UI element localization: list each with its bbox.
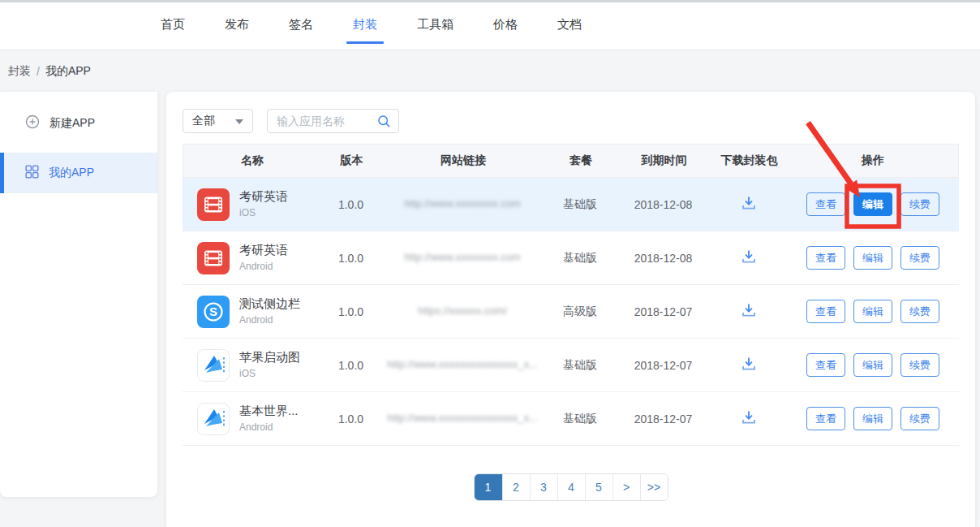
sidebar-item-my-app[interactable]: 我的APP	[0, 153, 157, 193]
svg-text:S: S	[209, 305, 217, 318]
header-download: 下载封装包	[711, 153, 788, 168]
main-content-card: 全部 名称 版本 网站链接 套餐 到期时间 下载封装包 操作	[166, 92, 975, 527]
pagination: 1 2 3 4 5 > >>	[474, 473, 668, 501]
website-link-blurred: http://www.xxxxxxxx.com	[404, 251, 521, 263]
website-link-blurred: http://www.xxxxxxxx.com	[404, 197, 521, 210]
nav-item-toolbox[interactable]: 工具箱	[410, 0, 460, 50]
app-name: 考研英语	[239, 243, 288, 258]
page-button-3[interactable]: 3	[530, 474, 557, 500]
table-row: 苹果启动图 iOS 1.0.0 http://www.xxxxxxxxxxxxx…	[183, 339, 959, 392]
search-box	[267, 109, 399, 133]
app-name: 苹果启动图	[239, 350, 300, 365]
window-top-edge	[0, 0, 980, 2]
website-link-blurred: http://www.xxxxxxxxxxxxxxx_x...	[387, 412, 538, 424]
sidebar-item-label: 新建APP	[49, 116, 95, 131]
app-package: 基础版	[544, 251, 617, 266]
app-version: 1.0.0	[320, 359, 381, 372]
bird-app-icon	[197, 349, 230, 382]
header-actions: 操作	[788, 153, 958, 168]
breadcrumb-my-app: 我的APP	[45, 64, 91, 79]
filter-toolbar: 全部	[166, 92, 975, 133]
film-app-icon	[197, 188, 230, 221]
app-expiry: 2018-12-07	[617, 413, 710, 425]
app-platform: Android	[239, 261, 288, 273]
plus-circle-icon	[25, 114, 40, 132]
breadcrumb-separator: /	[37, 65, 40, 78]
edit-button[interactable]: 编辑	[853, 407, 892, 430]
nav-item-publish[interactable]: 发布	[218, 0, 256, 50]
app-package: 基础版	[544, 197, 617, 212]
breadcrumb-package[interactable]: 封装	[8, 64, 31, 79]
website-link-blurred: http://www.xxxxxxxxxxxxxxx_x...	[387, 358, 538, 370]
search-input[interactable]	[277, 110, 380, 132]
app-name: 基本世界...	[239, 404, 299, 419]
renew-button[interactable]: 续费	[900, 300, 939, 323]
app-version: 1.0.0	[320, 198, 381, 211]
sidebar-item-label: 我的APP	[49, 166, 94, 180]
page-button-1[interactable]: 1	[475, 474, 502, 500]
page-button-2[interactable]: 2	[502, 474, 530, 500]
search-icon[interactable]	[377, 114, 391, 131]
main-nav: 首页 发布 签名 封装 工具箱 价格 文档	[154, 0, 980, 50]
page-button-4[interactable]: 4	[557, 474, 585, 500]
app-version: 1.0.0	[320, 305, 381, 318]
app-package: 基础版	[544, 358, 617, 373]
download-icon[interactable]	[740, 355, 758, 373]
app-package: 基础版	[544, 412, 617, 426]
sidebar: 新建APP 我的APP	[0, 92, 157, 497]
edit-button[interactable]: 编辑	[853, 246, 892, 270]
website-link-blurred: https://xxxxxx.com/	[418, 305, 507, 317]
page-next-button[interactable]: >	[612, 474, 640, 500]
app-platform: iOS	[239, 368, 300, 380]
chevron-down-icon	[235, 119, 243, 124]
app-name: 测试侧边栏	[239, 296, 300, 312]
nav-item-sign[interactable]: 签名	[282, 0, 320, 50]
page-last-button[interactable]: >>	[640, 474, 668, 500]
bird-app-icon	[197, 403, 230, 435]
app-version: 1.0.0	[320, 413, 381, 425]
header-expiry: 到期时间	[617, 153, 711, 168]
renew-button[interactable]: 续费	[900, 246, 939, 270]
s-app-icon: S	[197, 296, 230, 328]
download-icon[interactable]	[740, 408, 758, 426]
nav-item-home[interactable]: 首页	[154, 0, 191, 50]
app-expiry: 2018-12-07	[617, 359, 710, 372]
download-icon[interactable]	[740, 194, 758, 212]
table-row: 考研英语 iOS 1.0.0 http://www.xxxxxxxx.com 基…	[183, 178, 959, 231]
page-button-5[interactable]: 5	[585, 474, 612, 500]
edit-button[interactable]: 编辑	[853, 353, 892, 377]
table-header-row: 名称 版本 网站链接 套餐 到期时间 下载封装包 操作	[183, 144, 959, 178]
nav-item-package-active[interactable]: 封装	[346, 0, 384, 50]
view-button[interactable]: 查看	[806, 192, 845, 216]
header-version: 版本	[321, 153, 382, 168]
header-package: 套餐	[544, 153, 617, 168]
edit-button-highlighted[interactable]: 编辑	[853, 192, 892, 216]
app-package: 高级版	[544, 305, 617, 319]
header-website: 网站链接	[382, 153, 544, 168]
app-platform: Android	[239, 421, 299, 434]
view-button[interactable]: 查看	[806, 353, 845, 377]
header-name: 名称	[183, 153, 321, 168]
download-icon[interactable]	[740, 248, 758, 266]
renew-button[interactable]: 续费	[900, 353, 939, 377]
table-row: 基本世界... Android 1.0.0 http://www.xxxxxxx…	[183, 392, 959, 446]
breadcrumb: 封装 / 我的APP	[0, 50, 980, 92]
film-app-icon	[197, 242, 230, 274]
app-platform: Android	[239, 314, 300, 326]
filter-select[interactable]: 全部	[183, 109, 253, 133]
renew-button[interactable]: 续费	[900, 192, 939, 216]
view-button[interactable]: 查看	[806, 407, 845, 430]
grid-icon	[25, 165, 39, 181]
edit-button[interactable]: 编辑	[853, 300, 892, 323]
app-version: 1.0.0	[320, 252, 381, 265]
app-table: 名称 版本 网站链接 套餐 到期时间 下载封装包 操作	[183, 144, 959, 446]
sidebar-item-new-app[interactable]: 新建APP	[0, 103, 157, 143]
download-icon[interactable]	[740, 301, 758, 319]
table-row: S 测试侧边栏 Android 1.0.0 https://xxxxxx.com…	[183, 285, 959, 339]
view-button[interactable]: 查看	[806, 246, 845, 270]
nav-item-docs[interactable]: 文档	[551, 0, 588, 50]
nav-item-price[interactable]: 价格	[487, 0, 524, 50]
filter-select-value: 全部	[192, 114, 215, 128]
renew-button[interactable]: 续费	[900, 407, 939, 430]
view-button[interactable]: 查看	[806, 300, 845, 323]
